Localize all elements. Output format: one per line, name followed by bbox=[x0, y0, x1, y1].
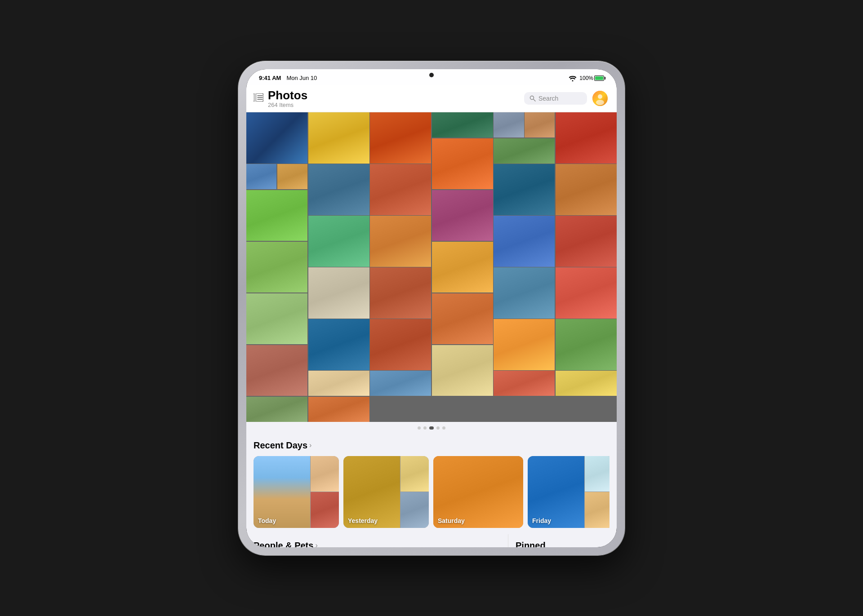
photo-cell[interactable] bbox=[432, 112, 493, 137]
photo-cell[interactable] bbox=[246, 397, 307, 422]
day-card-friday[interactable]: Friday bbox=[528, 456, 609, 528]
svg-point-9 bbox=[596, 100, 604, 105]
photo-cell[interactable] bbox=[277, 164, 307, 189]
page-indicator bbox=[246, 422, 617, 434]
status-left: 9:41 AM Mon Jun 10 bbox=[259, 75, 317, 81]
photo-cell[interactable] bbox=[494, 319, 555, 370]
photo-grid[interactable] bbox=[246, 112, 617, 422]
battery-icon bbox=[594, 75, 604, 81]
photo-cell[interactable] bbox=[525, 112, 555, 137]
photo-cell[interactable] bbox=[246, 345, 307, 396]
photo-cell[interactable] bbox=[308, 216, 369, 267]
recent-days-row: Today Y bbox=[254, 456, 609, 534]
people-pets-section: People & Pets › bbox=[246, 534, 508, 547]
photo-grid-wrapper bbox=[246, 112, 617, 422]
photo-cell[interactable] bbox=[556, 267, 617, 319]
main-content[interactable]: Photos 264 Items Search bbox=[246, 85, 617, 547]
device-screen-container: 9:41 AM Mon Jun 10 100% bbox=[246, 69, 617, 547]
photo-cell[interactable] bbox=[370, 371, 431, 396]
day-label-today: Today bbox=[258, 517, 276, 524]
app-title-area: Photos 264 Items bbox=[254, 89, 307, 109]
recent-days-section: Recent Days › bbox=[246, 434, 617, 534]
pinned-collections-section: Pinned Collections › Modify ♥ Favorites bbox=[508, 534, 617, 547]
ipad-device: 9:41 AM Mon Jun 10 100% bbox=[238, 61, 625, 555]
day-label-friday: Friday bbox=[532, 517, 551, 524]
photo-cell[interactable] bbox=[246, 164, 276, 189]
photo-cell[interactable] bbox=[432, 190, 493, 241]
page-dot-4[interactable] bbox=[436, 426, 440, 430]
photo-cell[interactable] bbox=[494, 371, 555, 396]
day-card-yesterday[interactable]: Yesterday bbox=[343, 456, 429, 528]
page-dot-3[interactable] bbox=[429, 426, 434, 430]
status-date: Mon Jun 10 bbox=[286, 75, 317, 81]
day-label-yesterday: Yesterday bbox=[348, 517, 378, 524]
photo-cell[interactable] bbox=[370, 112, 431, 164]
svg-point-8 bbox=[598, 94, 602, 99]
day-card-saturday[interactable]: Saturday bbox=[433, 456, 523, 528]
day-card-today[interactable]: Today bbox=[254, 456, 339, 528]
camera-notch bbox=[429, 73, 434, 77]
photo-cell[interactable] bbox=[432, 138, 493, 190]
photos-app: Photos 264 Items Search bbox=[246, 85, 617, 547]
photo-cell[interactable] bbox=[556, 164, 617, 215]
photo-cell[interactable] bbox=[432, 242, 493, 293]
photo-cell[interactable] bbox=[494, 112, 524, 137]
photo-cell[interactable] bbox=[370, 267, 431, 319]
photo-cell[interactable] bbox=[494, 138, 555, 164]
svg-rect-1 bbox=[254, 93, 257, 102]
recent-days-header: Recent Days › bbox=[254, 440, 609, 451]
search-bar[interactable]: Search bbox=[524, 92, 587, 105]
photo-cell[interactable] bbox=[556, 371, 617, 396]
photo-cell[interactable] bbox=[246, 112, 307, 164]
header-right: Search bbox=[524, 91, 608, 106]
item-count: 264 Items bbox=[268, 102, 307, 108]
photo-cell[interactable] bbox=[556, 216, 617, 267]
pinned-collections-title: Pinned Collections bbox=[516, 541, 584, 547]
modify-button[interactable]: Modify bbox=[588, 547, 609, 547]
photo-cell[interactable] bbox=[246, 242, 307, 293]
status-right: 100% bbox=[569, 75, 604, 81]
photo-cell[interactable] bbox=[432, 345, 493, 396]
page-dot-2[interactable] bbox=[423, 426, 427, 430]
people-pets-title: People & Pets bbox=[254, 541, 313, 547]
recent-days-title: Recent Days bbox=[254, 440, 307, 451]
day-label-saturday: Saturday bbox=[438, 517, 465, 524]
photo-cell[interactable] bbox=[308, 267, 369, 319]
bottom-sections: People & Pets › bbox=[246, 534, 617, 547]
sidebar-toggle-button[interactable] bbox=[254, 93, 263, 104]
photo-cell[interactable] bbox=[308, 397, 369, 422]
photo-cell[interactable] bbox=[308, 371, 369, 396]
top-header: Photos 264 Items Search bbox=[246, 85, 617, 113]
photo-cell[interactable] bbox=[494, 216, 555, 267]
photo-cell[interactable] bbox=[494, 267, 555, 319]
app-title: Photos bbox=[268, 89, 307, 102]
photo-cell[interactable] bbox=[246, 190, 307, 241]
screen: 9:41 AM Mon Jun 10 100% bbox=[246, 69, 617, 547]
photo-cell[interactable] bbox=[308, 164, 369, 215]
photo-cell[interactable] bbox=[556, 319, 617, 370]
photo-cell[interactable] bbox=[246, 293, 307, 345]
photo-cell[interactable] bbox=[370, 164, 431, 215]
battery-percent: 100% bbox=[579, 75, 593, 81]
photo-cell[interactable] bbox=[308, 112, 369, 164]
people-pets-header: People & Pets › bbox=[254, 541, 501, 547]
battery-fill bbox=[595, 76, 603, 80]
search-bar-placeholder: Search bbox=[538, 95, 558, 102]
page-dot-1[interactable] bbox=[418, 426, 421, 430]
recent-days-chevron[interactable]: › bbox=[309, 441, 311, 449]
photo-cell[interactable] bbox=[556, 112, 617, 164]
page-dot-5[interactable] bbox=[442, 426, 445, 430]
svg-line-6 bbox=[534, 99, 535, 101]
status-bar: 9:41 AM Mon Jun 10 100% bbox=[246, 69, 617, 85]
status-time: 9:41 AM bbox=[259, 75, 281, 81]
photo-cell[interactable] bbox=[370, 319, 431, 370]
photo-cell[interactable] bbox=[308, 319, 369, 370]
wifi-icon bbox=[569, 75, 577, 81]
pinned-collections-header: Pinned Collections › Modify bbox=[516, 541, 609, 547]
photo-cell[interactable] bbox=[494, 164, 555, 215]
people-pets-chevron[interactable]: › bbox=[315, 541, 317, 547]
photo-cell[interactable] bbox=[432, 293, 493, 345]
user-avatar[interactable] bbox=[592, 91, 608, 106]
search-icon bbox=[529, 95, 536, 102]
photo-cell[interactable] bbox=[370, 216, 431, 267]
